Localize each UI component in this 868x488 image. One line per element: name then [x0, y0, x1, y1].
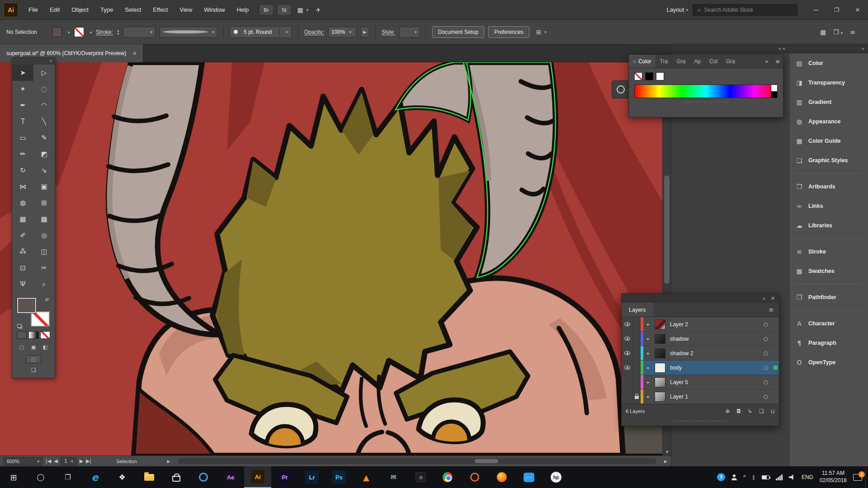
- clipping-mask-icon[interactable]: ◘: [736, 408, 741, 414]
- torch-browser-icon[interactable]: [461, 466, 488, 488]
- horizontal-scroll-thumb[interactable]: [475, 459, 498, 463]
- layer-thumbnail[interactable]: [655, 348, 665, 358]
- collapsed-panel-button[interactable]: [612, 80, 630, 99]
- canvas[interactable]: [0, 62, 662, 455]
- close-button[interactable]: ✕: [847, 0, 868, 20]
- hidden-icons-chevron[interactable]: ^: [740, 466, 749, 488]
- panel-button-appearance[interactable]: ◍ Appearance: [789, 112, 868, 131]
- edge-icon[interactable]: e: [81, 466, 108, 488]
- white-swatch[interactable]: [656, 72, 664, 80]
- last-artboard-button[interactable]: ▶|: [86, 458, 91, 464]
- target-circle-icon[interactable]: ○: [760, 389, 772, 404]
- visibility-toggle[interactable]: [622, 346, 633, 360]
- eraser-tool[interactable]: ◩: [33, 146, 55, 162]
- draw-inside-button[interactable]: ◧: [40, 343, 50, 351]
- panel-collapse-icon[interactable]: «: [763, 296, 765, 301]
- menu-effect[interactable]: Effect: [147, 0, 174, 20]
- expand-arrow-icon[interactable]: ▸: [643, 332, 653, 346]
- type-tool[interactable]: T: [12, 113, 33, 130]
- layer-row[interactable]: ▸ shadow 2 ○: [622, 346, 779, 361]
- layer-thumbnail[interactable]: [655, 377, 665, 387]
- camera-app-icon[interactable]: [407, 466, 434, 488]
- layer-row[interactable]: ▸ body ○: [622, 361, 779, 375]
- none-swatch[interactable]: [634, 72, 642, 80]
- stroke-dropdown-caret[interactable]: [88, 29, 92, 35]
- visibility-toggle[interactable]: [622, 317, 633, 331]
- default-fill-stroke-icon[interactable]: [17, 324, 21, 328]
- preferences-button[interactable]: Preferences: [488, 26, 529, 38]
- layers-tab[interactable]: Layers: [622, 303, 653, 317]
- vertical-scroll-thumb[interactable]: [664, 175, 670, 284]
- panel-button-character[interactable]: A Character: [789, 314, 868, 333]
- screen-mode-button[interactable]: ▢: [26, 355, 41, 363]
- minimize-button[interactable]: —: [806, 0, 826, 20]
- visibility-toggle[interactable]: [622, 361, 633, 375]
- lock-toggle[interactable]: [633, 389, 641, 404]
- firefox-icon[interactable]: [488, 466, 515, 488]
- share-icon[interactable]: ✈: [315, 5, 322, 14]
- layer-name[interactable]: body: [667, 365, 760, 371]
- layers-menu-icon[interactable]: ≡: [764, 303, 779, 317]
- bridge-button[interactable]: Br: [260, 5, 273, 14]
- panel-menu-icon[interactable]: ≡: [850, 28, 855, 36]
- help-icon[interactable]: ?: [714, 466, 728, 488]
- target-circle-icon[interactable]: ○: [760, 375, 772, 389]
- opacity-field[interactable]: 100%: [328, 27, 356, 38]
- gradient-mode-button[interactable]: [28, 331, 38, 339]
- pencil-tool[interactable]: ✏: [12, 146, 33, 162]
- panel-resize-grip[interactable]: [684, 100, 728, 103]
- panel-button-links[interactable]: ∞ Links: [789, 196, 868, 216]
- panel-tab-color-0[interactable]: Color: [629, 55, 656, 68]
- layers-panel-titlebar[interactable]: « ✕: [622, 294, 779, 303]
- line-segment-tool[interactable]: ╲: [33, 113, 55, 130]
- photoshop-icon[interactable]: Ps: [326, 466, 353, 488]
- panel-button-graphic-styles[interactable]: ❑ Graphic Styles: [789, 150, 868, 170]
- expand-arrow-icon[interactable]: ▸: [643, 361, 653, 375]
- chrome-icon[interactable]: [434, 466, 461, 488]
- stroke-proxy-swatch[interactable]: [31, 311, 50, 327]
- zoom-level-dropdown[interactable]: 600%: [4, 457, 42, 465]
- panel-button-paragraph[interactable]: ¶ Paragraph: [789, 333, 868, 352]
- slice-tool[interactable]: ✂: [33, 260, 55, 276]
- expand-arrow-icon[interactable]: ▸: [643, 317, 653, 331]
- fill-color-swatch[interactable]: [52, 27, 62, 37]
- search-button[interactable]: ◯: [27, 466, 54, 488]
- symbol-sprayer-tool[interactable]: ⁂: [12, 244, 33, 260]
- dock-column-collapse-icon[interactable]: « «: [671, 44, 789, 53]
- lock-toggle[interactable]: [633, 317, 641, 331]
- panel-button-stroke[interactable]: ≡ Stroke: [789, 242, 868, 261]
- menu-edit[interactable]: Edit: [44, 0, 66, 20]
- stock-button[interactable]: St: [278, 5, 290, 14]
- hand-tool[interactable]: Ψ: [12, 276, 33, 292]
- toolbar-collapse-icon[interactable]: «: [12, 58, 55, 65]
- panel-button-opentype[interactable]: O OpenType: [789, 352, 868, 372]
- layer-name[interactable]: shadow 2: [667, 350, 760, 357]
- menu-help[interactable]: Help: [231, 0, 255, 20]
- zoom-tool[interactable]: ⌕: [33, 276, 55, 292]
- menu-view[interactable]: View: [174, 0, 198, 20]
- color-mode-button[interactable]: [17, 331, 27, 339]
- rectangle-tool[interactable]: ▭: [12, 130, 33, 146]
- panel-tab-gra-2[interactable]: Gra: [672, 55, 690, 68]
- grid-view-icon[interactable]: ▦: [820, 28, 826, 36]
- stroke-label[interactable]: Stroke:: [96, 29, 113, 35]
- layer-row[interactable]: ▸ Layer 2 ○: [622, 317, 779, 332]
- vlc-icon[interactable]: ▲: [353, 466, 380, 488]
- network-icon[interactable]: [773, 466, 786, 488]
- visibility-toggle[interactable]: [622, 389, 633, 404]
- menu-select[interactable]: Select: [119, 0, 147, 20]
- expand-arrow-icon[interactable]: ▸: [643, 346, 653, 360]
- pen-tool[interactable]: ✒: [12, 97, 33, 113]
- delete-layer-icon[interactable]: ⊔: [771, 408, 775, 414]
- align-options-icon[interactable]: ⊞: [536, 28, 547, 36]
- mail-icon[interactable]: ✉: [380, 466, 407, 488]
- dropbox-icon[interactable]: ❖: [108, 466, 136, 488]
- panel-tab-tra-1[interactable]: Tra: [656, 55, 673, 68]
- battery-icon[interactable]: [759, 466, 773, 488]
- layer-name[interactable]: Layer 2: [667, 321, 760, 328]
- shape-builder-tool[interactable]: ◍: [12, 195, 33, 211]
- blend-tool[interactable]: ◎: [33, 227, 55, 244]
- panel-close-icon[interactable]: ✕: [771, 296, 775, 301]
- free-transform-tool[interactable]: ▣: [33, 178, 55, 195]
- target-circle-icon[interactable]: ○: [760, 317, 772, 331]
